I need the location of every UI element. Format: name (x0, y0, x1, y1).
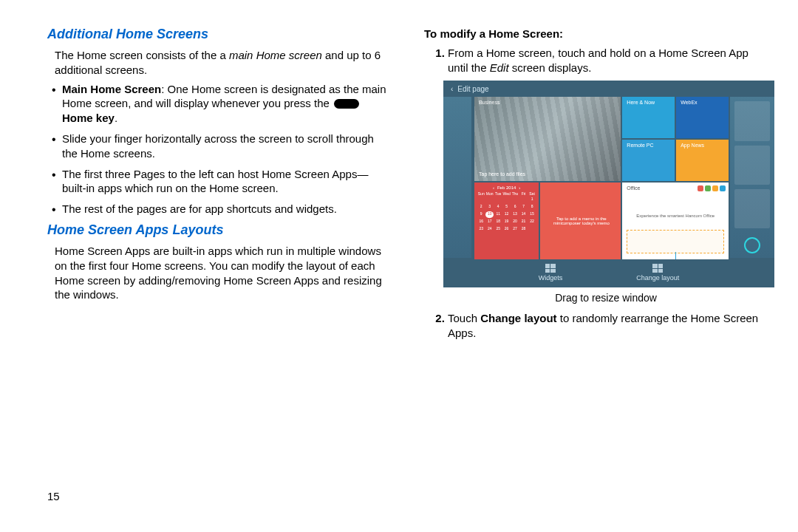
bullet-slide-finger: Slide your finger horizontally across th… (62, 132, 392, 161)
bullet-main-home-screen: Main Home Screen: One Home screen is des… (62, 82, 392, 126)
heading-additional-home-screens: Additional Home Screens (47, 27, 392, 42)
tile-caption: Tap here to add files (479, 171, 525, 177)
calendar-month: Feb 2014 (497, 185, 516, 190)
tile-label: Here & Now (627, 100, 655, 105)
layouts-paragraph: Home Screen Apps are built-in apps which… (47, 244, 392, 302)
tile-label: Business (479, 100, 499, 105)
tile-text: Experience the smartest Hancom Office (622, 214, 729, 218)
tile-office: Office Experience the smartest Hancom Of… (622, 183, 729, 260)
page-number: 15 (47, 490, 60, 502)
intro-paragraph: The Home screen consists of the a main H… (47, 48, 392, 78)
back-chevron-icon: ‹ (451, 85, 453, 93)
right-strip (730, 97, 774, 258)
step-2: Touch Change layout to randomly rearrang… (448, 311, 768, 341)
edit-page-illustration: ‹ Edit page Business Tap here to add fil… (443, 81, 768, 304)
subheading-modify-home-screen: To modify a Home Screen: (424, 27, 768, 41)
tile-label: Remote PC (627, 143, 653, 148)
left-strip (443, 97, 471, 258)
change-layout-button: Change layout (636, 264, 679, 282)
tile-label: App News (681, 143, 704, 148)
tile-bottom-left: ‹Feb 2014› SunMonTueWedThuFriSat 1 23456… (474, 183, 621, 260)
text: . (115, 112, 117, 124)
bullet-first-pages: The first three Pages to the left can ho… (62, 167, 392, 197)
tile-label: WebEx (681, 100, 697, 105)
text-bold: Main Home Screen (62, 83, 161, 95)
illustration-caption: Drag to resize window (443, 292, 768, 304)
edit-page-label: Edit page (457, 85, 488, 93)
tile-quad: Here & Now WebEx Remote PC App News (622, 97, 729, 180)
change-layout-label: Change layout (636, 274, 679, 282)
tile-calendar: ‹Feb 2014› SunMonTueWedThuFriSat 1 23456… (474, 183, 539, 260)
text-bold: Change layout (480, 312, 556, 324)
text: screen displays. (509, 61, 592, 74)
step-1: From a Home screen, touch and hold on a … (448, 46, 768, 75)
text: The Home screen consists of the a (55, 49, 229, 61)
text-italic: Edit (490, 61, 509, 74)
widgets-label: Widgets (539, 274, 563, 282)
resize-handle-icon (627, 230, 724, 253)
tile-note: Tap to add a memo in the minicomposer to… (540, 183, 621, 260)
widgets-button: Widgets (539, 264, 563, 282)
text: Touch (448, 312, 480, 324)
heading-home-screen-apps-layouts: Home Screen Apps Layouts (47, 222, 392, 238)
text-bold: Home key (62, 112, 115, 124)
home-key-icon (334, 99, 359, 109)
target-circle-icon (744, 237, 760, 253)
edit-page-topbar: ‹ Edit page (443, 81, 774, 97)
bullet-rest-pages: The rest of the pages are for app shortc… (62, 202, 392, 216)
tile-business: Business Tap here to add files (474, 97, 621, 180)
text-italic: main Home screen (229, 49, 322, 61)
tile-label: Office (627, 185, 640, 191)
